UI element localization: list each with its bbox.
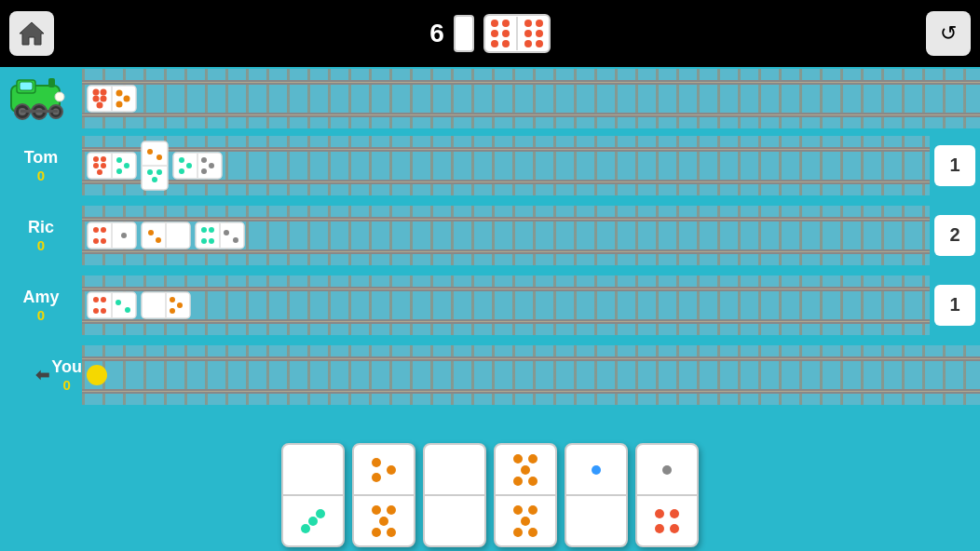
svg-point-86 <box>101 308 106 314</box>
top-center: 6 <box>429 14 551 53</box>
hand-domino-1-top <box>283 445 343 496</box>
player-row-amy: Amy 0 <box>0 270 980 340</box>
svg-point-105 <box>513 454 523 464</box>
svg-point-32 <box>101 96 107 102</box>
game-area: Tom 0 <box>0 67 980 439</box>
ric-label: Ric 0 <box>0 218 82 253</box>
app: 6 <box>0 0 980 551</box>
svg-point-88 <box>125 307 130 313</box>
hand-domino-5[interactable] <box>565 443 628 547</box>
hand-domino-1-bottom <box>283 496 343 545</box>
svg-point-25 <box>55 92 64 101</box>
svg-point-6 <box>502 30 510 37</box>
svg-rect-26 <box>20 110 58 113</box>
svg-point-110 <box>513 505 523 515</box>
svg-point-52 <box>157 169 162 175</box>
hand-domino-2-bottom <box>354 496 414 545</box>
hand-domino-3[interactable] <box>423 443 486 547</box>
svg-point-44 <box>116 157 122 163</box>
svg-rect-17 <box>20 82 33 90</box>
svg-point-85 <box>93 308 99 314</box>
you-score: 0 <box>62 377 70 393</box>
hand-domino-4[interactable] <box>494 443 557 547</box>
hand-domino-5-top <box>566 445 626 496</box>
svg-point-97 <box>372 458 381 467</box>
svg-point-102 <box>379 517 388 526</box>
hand-area <box>0 439 980 551</box>
svg-point-7 <box>491 40 498 47</box>
amy-track <box>82 276 930 335</box>
svg-point-8 <box>502 40 510 47</box>
hand-domino-6-bottom <box>637 496 697 545</box>
svg-point-116 <box>662 465 672 475</box>
svg-point-103 <box>372 528 381 537</box>
amy-badge: 1 <box>934 285 975 326</box>
player-row-ric: Ric 0 <box>0 200 980 270</box>
hand-domino-3-top <box>425 445 484 496</box>
svg-point-50 <box>157 155 162 160</box>
svg-point-78 <box>209 238 214 244</box>
svg-point-83 <box>93 297 99 302</box>
draw-tile[interactable] <box>454 15 474 52</box>
svg-point-76 <box>209 227 214 233</box>
svg-point-96 <box>316 509 325 518</box>
hand-domino-2[interactable] <box>352 443 415 547</box>
svg-rect-18 <box>48 78 55 87</box>
amy-label: Amy 0 <box>0 288 82 323</box>
svg-point-107 <box>521 465 530 475</box>
svg-point-108 <box>513 477 523 486</box>
svg-point-42 <box>101 163 106 168</box>
top-bar: 6 <box>0 0 980 67</box>
svg-point-113 <box>513 528 523 537</box>
svg-point-112 <box>521 517 530 526</box>
svg-point-34 <box>116 90 123 97</box>
engine-label <box>0 74 82 123</box>
svg-point-58 <box>179 168 184 174</box>
svg-point-46 <box>116 168 122 174</box>
hand-domino-5-bottom <box>566 496 626 545</box>
svg-point-104 <box>387 528 396 537</box>
svg-point-106 <box>528 454 538 464</box>
ric-track-dominos <box>82 222 245 249</box>
current-player-arrow: ⬅ <box>35 365 49 385</box>
tom-score: 0 <box>37 168 45 183</box>
svg-point-67 <box>101 238 106 244</box>
svg-point-66 <box>93 238 99 244</box>
tom-track-dominos <box>82 141 223 191</box>
engine-track-dominos <box>82 85 137 113</box>
svg-point-77 <box>201 238 207 244</box>
you-track-dominos[interactable] <box>82 365 110 385</box>
hand-domino-1[interactable] <box>281 443 345 547</box>
svg-point-64 <box>93 227 99 233</box>
home-button[interactable] <box>9 11 54 56</box>
you-label: ⬅ You 0 <box>0 357 82 393</box>
svg-point-12 <box>536 30 543 37</box>
svg-point-119 <box>655 524 664 533</box>
svg-marker-0 <box>20 22 44 45</box>
svg-point-10 <box>536 20 543 27</box>
undo-button[interactable]: ↺ <box>926 11 971 56</box>
round-number: 6 <box>429 19 444 48</box>
svg-point-65 <box>101 227 106 233</box>
svg-point-29 <box>93 89 100 96</box>
svg-point-57 <box>186 163 192 168</box>
svg-point-91 <box>170 297 175 302</box>
svg-point-53 <box>152 177 157 182</box>
ric-score: 0 <box>37 237 45 253</box>
svg-point-111 <box>528 505 538 515</box>
svg-point-51 <box>147 169 153 175</box>
svg-point-72 <box>156 237 161 243</box>
svg-point-68 <box>121 233 127 238</box>
svg-point-109 <box>528 477 538 486</box>
hand-domino-6[interactable] <box>635 443 699 547</box>
engine-track <box>82 69 980 128</box>
you-name: You <box>51 357 82 377</box>
svg-point-117 <box>655 509 664 518</box>
svg-point-11 <box>524 30 532 37</box>
svg-point-87 <box>116 300 121 305</box>
svg-point-118 <box>670 509 679 518</box>
svg-point-43 <box>97 169 102 175</box>
svg-point-49 <box>147 149 153 155</box>
hand-domino-4-top <box>496 445 555 496</box>
amy-track-dominos <box>82 291 191 319</box>
